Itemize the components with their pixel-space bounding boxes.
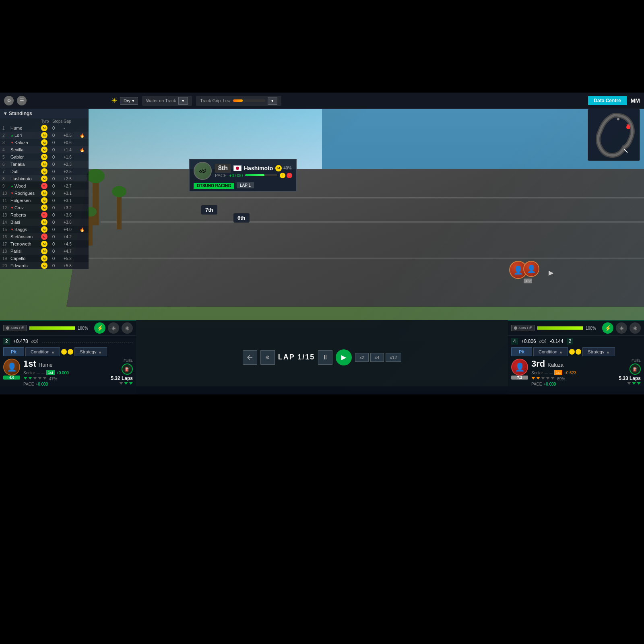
- rtri-4: [546, 377, 550, 380]
- standings-row-8[interactable]: 8 Hashimoto M 0 +2.5: [0, 175, 89, 182]
- standings-row-4[interactable]: 4 Sevilla M 0 +1.4 🔥: [0, 146, 89, 153]
- track-avatar-2: 👤: [523, 261, 539, 277]
- right-sector-val: +0.623: [564, 371, 576, 375]
- menu-icon[interactable]: ☰: [17, 96, 27, 105]
- right-fuel-label: FUEL: [632, 359, 641, 363]
- weather-dropdown[interactable]: Dry ▾: [120, 97, 138, 105]
- right-energy-btn[interactable]: ⚡: [602, 322, 613, 334]
- energy-icon-2: ⚡: [68, 349, 73, 355]
- replay-button[interactable]: [243, 350, 257, 365]
- right-gap2: -0.144: [550, 339, 564, 344]
- right-sector-badge: 1st: [554, 370, 562, 375]
- standings-title: Standings: [9, 111, 32, 116]
- standings-row-6[interactable]: 6 Tanaka M 0 +2.3: [0, 161, 89, 168]
- standings-row-3[interactable]: 3 ▼Kaluza M 0 +0.6: [0, 139, 89, 146]
- standings-row-1[interactable]: 1 Hume M 0 -: [0, 124, 89, 132]
- right-pace-label: PACE: [531, 382, 542, 386]
- right-condition-button[interactable]: Condition ▲: [533, 347, 568, 356]
- settings-icon[interactable]: ⚙: [4, 96, 14, 105]
- popup-pace-row: PACE +0.000 ! ✕: [215, 173, 292, 178]
- popup-header: 🏎 8th Hashimoto M 40% PACE +0.000 !: [194, 162, 292, 180]
- left-driver-info: 👤 4.0 1st Hume Sector —— 1st +0.000: [0, 357, 136, 394]
- right-ctrl-btn-2[interactable]: ◉: [630, 322, 641, 334]
- left-energy-btn[interactable]: ⚡: [94, 322, 105, 334]
- tri-3: [33, 377, 37, 380]
- right-driver-name: Kaluza: [547, 362, 564, 368]
- left-condition-button[interactable]: Condition ▲: [25, 347, 60, 356]
- standings-row-13[interactable]: 13 Roberts S 0 +3.6: [0, 211, 89, 219]
- right-strategy-button[interactable]: Strategy ▲: [582, 347, 615, 356]
- top-bar: ⚙ ☰ ☀ Dry ▾ Water on Track ▾ Track Grip …: [0, 93, 644, 109]
- standings-row-10[interactable]: 10 ▼Rodrigues M 0 +3.1: [0, 190, 89, 197]
- standings-row-16[interactable]: 16 Stefánsson S 0 +4.2: [0, 233, 89, 240]
- col-tyro: Tyro: [41, 119, 52, 124]
- right-ctrl-btn-1[interactable]: ◉: [616, 322, 627, 334]
- standings-row-9[interactable]: 9 ▲Wood S 0 +2.7: [0, 182, 89, 190]
- right-energy-icon-1: ⚡: [569, 349, 575, 355]
- left-pit-button[interactable]: Pit: [3, 347, 24, 356]
- standings-row-18[interactable]: 18 Parisi M 0 +4.7: [0, 248, 89, 255]
- speed-x12[interactable]: x12: [386, 353, 402, 362]
- left-auto-off-btn[interactable]: Auto Off: [3, 325, 27, 331]
- right-fuel-info: FUEL ⛽ 5.33 Laps: [617, 359, 641, 385]
- right-auto-dot: [514, 326, 517, 330]
- right-gap: +0.806: [521, 339, 536, 344]
- top-bar-left: ⚙ ☰: [4, 96, 27, 105]
- fast-back-button[interactable]: [260, 350, 275, 365]
- warn-red: ✕: [287, 173, 292, 178]
- track-avatars: 👤 👤: [509, 261, 539, 279]
- left-ctrl-btn-1[interactable]: ◉: [108, 322, 119, 334]
- tyre-10: M: [41, 190, 47, 196]
- chevron-condition-left: ▲: [51, 350, 55, 354]
- right-pit-button[interactable]: Pit: [511, 347, 532, 356]
- left-strategy-button[interactable]: Strategy ▲: [74, 347, 107, 356]
- tyre-20: M: [41, 262, 47, 269]
- speed-x4[interactable]: x4: [370, 353, 384, 362]
- rtri-5: [551, 377, 555, 380]
- track-grip-section: Track Grip Low ▾: [196, 96, 281, 106]
- condition-label-left: Condition: [31, 349, 49, 354]
- standings-row-2[interactable]: 2 ▲Lori M 0 +0.5 🔥: [0, 132, 89, 139]
- mini-map: 19: [588, 109, 640, 161]
- lap-display: LAP 1/15: [278, 353, 315, 361]
- popup-pace-label: PACE: [215, 173, 227, 178]
- standings-row-17[interactable]: 17 Trenoweth M 0 +4.5: [0, 240, 89, 248]
- standings-row-5[interactable]: 5 Gabler M 0 +1.6: [0, 153, 89, 161]
- left-player-panel: Auto Off 100% ⚡ ◉ ◉ 2 +0.478 🏎 Pit Condi…: [0, 320, 136, 394]
- standings-row-7[interactable]: 7 Dutt M 0 +2.5: [0, 168, 89, 175]
- left-helmet: 👤: [3, 359, 20, 376]
- chevron-down-icon-3: ▾: [271, 98, 274, 103]
- left-sector-val: +0.000: [56, 371, 69, 375]
- standings-row-15[interactable]: 15 ▼Baggs M 0 +4.0 🔥: [0, 226, 89, 233]
- pause-button[interactable]: ⏸: [318, 350, 332, 365]
- standings-row-14[interactable]: 14 Blasi M 0 +3.8: [0, 219, 89, 226]
- sun-icon: ☀: [111, 96, 118, 105]
- right-fuel-bar: [537, 326, 583, 330]
- left-ctrl-btn-2[interactable]: ◉: [122, 322, 133, 334]
- rftri-3: [637, 382, 641, 385]
- water-dropdown[interactable]: ▾: [178, 97, 188, 105]
- team-name: OTSUNO RACING: [194, 183, 234, 189]
- lap-controls: LAP 1/15 ⏸ ▶ x2 x4 x12: [243, 349, 402, 365]
- right-position-big: 3rd: [531, 359, 545, 369]
- track-arrow: ▶: [549, 269, 553, 277]
- grip-dropdown[interactable]: ▾: [268, 97, 277, 105]
- speed-x2[interactable]: x2: [355, 353, 369, 362]
- standings-row-12[interactable]: 12 ▼Cruz M 0 +3.2: [0, 204, 89, 211]
- popup-info: 8th Hashimoto M 40% PACE +0.000 ! ✕: [215, 164, 292, 178]
- right-auto-off-btn[interactable]: Auto Off: [511, 325, 535, 331]
- left-fuel-fill: [29, 326, 75, 330]
- left-fuel-label: FUEL: [124, 359, 133, 363]
- standings-row-20[interactable]: 20 Edwards M 0 +5.8: [0, 262, 89, 269]
- left-car-icon: 🏎: [31, 337, 39, 345]
- data-centre-button[interactable]: Data Centre: [588, 96, 626, 105]
- chevron-strategy-left: ▲: [98, 350, 102, 354]
- right-avatar-container: 👤 7.2: [511, 359, 528, 380]
- left-pos-name: 1st Hume: [23, 359, 105, 369]
- standings-row-11[interactable]: 11 Holgersen M 0 +3.1: [0, 197, 89, 204]
- standings-row-19[interactable]: 19 Capello M 0 +5.2: [0, 255, 89, 262]
- left-pace-info: PACE +0.000: [23, 382, 105, 386]
- left-driver-name: Hume: [39, 362, 53, 368]
- play-button[interactable]: ▶: [336, 349, 352, 365]
- right-auto-label: Auto Off: [518, 326, 532, 330]
